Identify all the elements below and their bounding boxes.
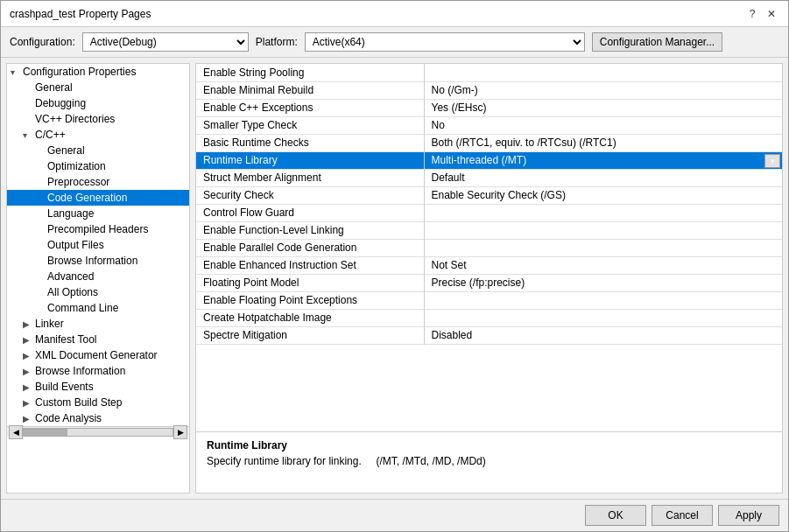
prop-name: Spectre Mitigation [196, 326, 424, 344]
close-button[interactable]: ✕ [764, 6, 779, 22]
tree-item-general[interactable]: General [7, 80, 189, 95]
tree-item-output-files[interactable]: Output Files [7, 237, 189, 253]
table-row[interactable]: Enable Floating Point Exceptions [196, 291, 782, 309]
prop-value: Not Set [424, 256, 782, 274]
prop-name: Create Hotpatchable Image [196, 309, 424, 326]
tree-label-language: Language [47, 207, 94, 220]
tree-item-code-generation[interactable]: Code Generation [7, 190, 189, 206]
tree-scrollbar: ◀ ▶ [7, 426, 189, 437]
table-row[interactable]: Basic Runtime ChecksBoth (/RTC1, equiv. … [196, 134, 782, 151]
table-row[interactable]: Enable C++ ExceptionsYes (/EHsc) [196, 99, 782, 116]
tree-item-precompiled-headers[interactable]: Precompiled Headers [7, 221, 189, 237]
tree-arrow-code-analysis: ▶ [23, 414, 35, 424]
tree-label-output-files: Output Files [47, 239, 104, 251]
table-row[interactable]: Smaller Type CheckNo [196, 116, 782, 134]
table-row[interactable]: Enable Parallel Code Generation [196, 239, 782, 256]
tree-item-optimization[interactable]: Optimization [7, 158, 189, 174]
tree-label-build-events: Build Events [35, 381, 94, 393]
tree-arrow-xml-document-gen: ▶ [23, 351, 35, 360]
tree-arrow-build-events: ▶ [23, 382, 35, 392]
platform-select[interactable]: Active(x64) [305, 32, 585, 52]
prop-name: Enable Floating Point Exceptions [196, 291, 424, 309]
tree-label-all-options: All Options [47, 286, 98, 298]
tree-item-cc-general[interactable]: General [7, 143, 189, 158]
tree-label-preprocessor: Preprocessor [47, 176, 109, 188]
tree-item-vc-dirs[interactable]: VC++ Directories [7, 111, 189, 127]
table-row[interactable]: Security CheckEnable Security Check (/GS… [196, 186, 782, 204]
ok-button[interactable]: OK [585, 505, 646, 526]
table-row[interactable]: Struct Member AlignmentDefault [196, 169, 782, 186]
tree-item-all-options[interactable]: All Options [7, 284, 189, 300]
tree-label-c-cpp: C/C++ [35, 129, 66, 141]
table-row[interactable]: Create Hotpatchable Image [196, 309, 782, 326]
help-button[interactable]: ? [744, 6, 760, 22]
tree-item-preprocessor[interactable]: Preprocessor [7, 174, 189, 190]
title-controls: ? ✕ [744, 6, 779, 22]
tree-item-linker[interactable]: ▶Linker [7, 316, 189, 332]
tree-arrow-linker: ▶ [23, 319, 35, 329]
prop-name: Floating Point Model [196, 274, 424, 291]
tree-item-debugging[interactable]: Debugging [7, 95, 189, 111]
prop-value: Yes (/EHsc) [424, 99, 782, 116]
prop-name: Security Check [196, 186, 424, 204]
table-row[interactable]: Floating Point ModelPrecise (/fp:precise… [196, 274, 782, 291]
table-row[interactable]: Enable String Pooling [196, 64, 782, 81]
config-manager-button[interactable]: Configuration Manager... [592, 32, 722, 52]
table-row[interactable]: Control Flow Guard [196, 204, 782, 221]
dropdown-arrow-icon[interactable]: ▾ [764, 154, 780, 168]
scroll-right-btn[interactable]: ▶ [173, 425, 187, 439]
info-panel: Runtime Library Specify runtime library … [195, 432, 783, 494]
prop-value[interactable]: Multi-threaded (/MT)▾ [424, 151, 782, 169]
tree-item-advanced[interactable]: Advanced [7, 269, 189, 284]
tree-label-config-props: Configuration Properties [23, 66, 136, 78]
tree-label-general: General [35, 81, 73, 94]
prop-value: Enable Security Check (/GS) [424, 186, 782, 204]
tree-item-xml-document-gen[interactable]: ▶XML Document Generator [7, 347, 189, 363]
table-row[interactable]: Enable Function-Level Linking [196, 221, 782, 239]
prop-name: Control Flow Guard [196, 204, 424, 221]
tree-label-code-generation: Code Generation [47, 192, 127, 204]
tree-panel: ▾Configuration PropertiesGeneralDebuggin… [6, 63, 190, 494]
tree-label-linker: Linker [35, 318, 64, 330]
prop-name: Enable Parallel Code Generation [196, 239, 424, 256]
tree-item-browse-info2[interactable]: ▶Browse Information [7, 363, 189, 379]
tree-arrow-config-props: ▾ [11, 67, 23, 77]
prop-name: Enable Minimal Rebuild [196, 81, 424, 99]
tree-item-build-events[interactable]: ▶Build Events [7, 379, 189, 395]
prop-name: Enable Enhanced Instruction Set [196, 256, 424, 274]
prop-value: Disabled [424, 326, 782, 344]
prop-name: Runtime Library [196, 151, 424, 169]
tree-item-language[interactable]: Language [7, 206, 189, 221]
tree-item-browse-info[interactable]: Browse Information [7, 253, 189, 269]
prop-value: Default [424, 169, 782, 186]
table-row[interactable]: Enable Minimal RebuildNo (/Gm-) [196, 81, 782, 99]
props-table-area: Enable String PoolingEnable Minimal Rebu… [195, 63, 783, 432]
tree-label-command-line: Command Line [47, 302, 118, 314]
configuration-select[interactable]: Active(Debug) [82, 32, 249, 52]
prop-name: Basic Runtime Checks [196, 134, 424, 151]
apply-button[interactable]: Apply [718, 505, 779, 526]
main-area: ▾Configuration PropertiesGeneralDebuggin… [1, 58, 788, 499]
tree-item-manifest-tool[interactable]: ▶Manifest Tool [7, 332, 189, 347]
prop-value [424, 221, 782, 239]
tree-item-c-cpp[interactable]: ▾C/C++ [7, 127, 189, 143]
title-bar: crashpad_test Property Pages ? ✕ [1, 1, 788, 27]
table-row[interactable]: Enable Enhanced Instruction SetNot Set [196, 256, 782, 274]
tree-arrow-browse-info2: ▶ [23, 367, 35, 376]
prop-value [424, 204, 782, 221]
prop-value: No (/Gm-) [424, 81, 782, 99]
tree-item-command-line[interactable]: Command Line [7, 300, 189, 316]
tree-item-custom-build-step[interactable]: ▶Custom Build Step [7, 395, 189, 410]
tree-item-code-analysis[interactable]: ▶Code Analysis [7, 410, 189, 426]
tree-label-debugging: Debugging [35, 97, 86, 109]
scroll-left-btn[interactable]: ◀ [9, 425, 23, 439]
h-scrollbar-thumb[interactable] [24, 429, 67, 436]
cancel-button[interactable]: Cancel [652, 505, 713, 526]
table-row[interactable]: Runtime LibraryMulti-threaded (/MT)▾ [196, 151, 782, 169]
table-row[interactable]: Spectre MitigationDisabled [196, 326, 782, 344]
prop-value [424, 64, 782, 81]
prop-name: Enable Function-Level Linking [196, 221, 424, 239]
tree-item-config-props[interactable]: ▾Configuration Properties [7, 64, 189, 80]
window-title: crashpad_test Property Pages [10, 8, 151, 20]
tree-label-code-analysis: Code Analysis [35, 412, 102, 424]
